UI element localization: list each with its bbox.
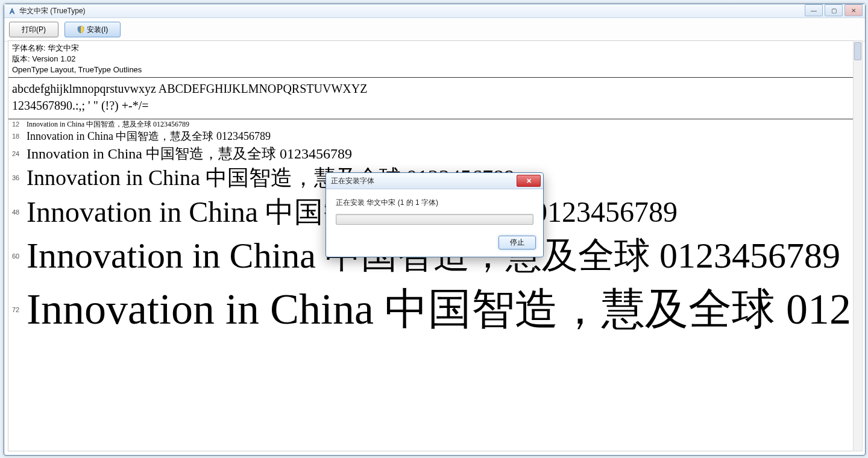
vertical-scrollbar[interactable] [853, 40, 863, 451]
install-progressbar [336, 214, 533, 225]
sample-text: Innovation in China 中国智造，慧及全球 0123456789 [27, 119, 854, 129]
dialog-close-button[interactable]: ✕ [517, 175, 541, 187]
font-metadata: 字体名称: 华文中宋 版本: Version 1.02 OpenType Lay… [8, 41, 854, 78]
dialog-title-text: 正在安装字体 [331, 176, 374, 186]
toolbar: 打印(P) 安装(I) [4, 18, 865, 42]
font-app-icon [8, 7, 16, 15]
dialog-message: 正在安装 华文中宋 (1 的 1 字体) [336, 198, 533, 208]
titlebar[interactable]: 华文中宋 (TrueType) — ▢ ✕ [4, 4, 865, 18]
sample-size-label: 24 [12, 150, 27, 157]
installing-font-dialog: 正在安装字体 ✕ 正在安装 华文中宋 (1 的 1 字体) 停止 [326, 172, 544, 257]
sample-text: Innovation in China 中国智造，慧及全球 0123456789 [27, 129, 854, 143]
dialog-footer: 停止 [326, 231, 543, 257]
font-version-line: 版本: Version 1.02 [12, 54, 850, 64]
sample-size-label: 60 [12, 253, 27, 260]
dialog-titlebar[interactable]: 正在安装字体 ✕ [326, 173, 543, 189]
window-controls: — ▢ ✕ [803, 4, 863, 16]
sample-text: Innovation in China 中国智造，慧及全球 0123456789 [27, 280, 854, 339]
font-tech-line: OpenType Layout, TrueType Outlines [12, 64, 850, 75]
sample-size-label: 48 [12, 209, 27, 216]
sample-row-18: 18Innovation in China 中国智造，慧及全球 01234567… [12, 129, 854, 143]
uac-shield-icon [77, 26, 84, 33]
sample-size-label: 36 [12, 174, 27, 181]
font-name-line: 字体名称: 华文中宋 [12, 43, 850, 54]
window-title: 华文中宋 (TrueType) [19, 6, 86, 16]
sample-size-label: 12 [12, 121, 27, 128]
sample-row-12: 12Innovation in China 中国智造，慧及全球 01234567… [12, 119, 854, 129]
close-button[interactable]: ✕ [844, 4, 863, 16]
sample-size-label: 18 [12, 133, 27, 140]
install-button-label: 安装(I) [87, 25, 108, 35]
dialog-body: 正在安装 华文中宋 (1 的 1 字体) [326, 189, 543, 231]
install-button[interactable]: 安装(I) [64, 22, 121, 37]
scrollbar-thumb[interactable] [854, 42, 861, 60]
charset-symbols: 1234567890.:,; ' " (!?) +-*/= [12, 97, 850, 114]
sample-text: Innovation in China 中国智造，慧及全球 0123456789 [27, 144, 854, 163]
sample-row-24: 24Innovation in China 中国智造，慧及全球 01234567… [12, 144, 854, 163]
print-button[interactable]: 打印(P) [9, 22, 58, 37]
charset-alpha: abcdefghijklmnopqrstuvwxyz ABCDEFGHIJKLM… [12, 80, 850, 97]
minimize-button[interactable]: — [805, 4, 823, 16]
stop-button[interactable]: 停止 [498, 236, 536, 249]
character-set-sample: abcdefghijklmnopqrstuvwxyz ABCDEFGHIJKLM… [8, 78, 854, 119]
sample-row-72: 72Innovation in China 中国智造，慧及全球 01234567… [12, 280, 854, 339]
sample-size-label: 72 [12, 306, 27, 313]
maximize-button[interactable]: ▢ [825, 4, 843, 16]
